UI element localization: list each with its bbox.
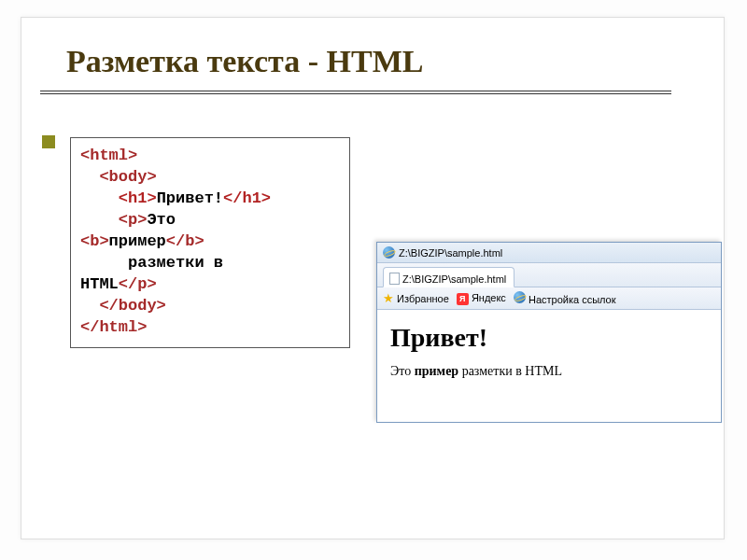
browser-tabbar: Z:\BIGZIP\sample.html (377, 263, 721, 287)
code-tag: </h1> (223, 189, 271, 207)
browser-content: Привет! Это пример разметки в HTML (377, 310, 721, 422)
code-tag: <h1> (119, 189, 157, 207)
code-tag: </body> (99, 297, 165, 315)
code-text: разметки в (128, 254, 223, 272)
code-tag: </b> (166, 232, 204, 250)
page-text: Это (390, 364, 415, 378)
code-tag: <html> (80, 147, 137, 164)
yandex-icon: Я (457, 293, 469, 305)
browser-window: Z:\BIGZIP\sample.html Z:\BIGZIP\sample.h… (376, 242, 722, 423)
favorites-label: Избранное (397, 293, 449, 304)
code-tag: </p> (119, 275, 157, 293)
browser-tab[interactable]: Z:\BIGZIP\sample.html (383, 267, 514, 287)
ie-logo-icon (514, 291, 526, 303)
slide-title: Разметка текста - HTML (66, 44, 696, 79)
yandex-link[interactable]: Я Яндекс (457, 292, 506, 305)
links-setup-link[interactable]: Настройка ссылок (514, 291, 616, 305)
star-icon: ★ (383, 291, 394, 305)
accent-bullet (42, 135, 55, 148)
page-icon (389, 273, 400, 285)
code-tag: <body> (99, 168, 156, 186)
slide-frame: Разметка текста - HTML <html> <body> <h1… (21, 17, 725, 539)
code-tag: </html> (80, 318, 147, 336)
code-text: Привет! (157, 189, 223, 207)
code-tag: <b> (80, 232, 109, 250)
links-setup-label: Настройка ссылок (529, 294, 616, 305)
page-text-bold: пример (415, 364, 458, 378)
page-text: разметки в HTML (458, 364, 562, 378)
code-text: пример (109, 232, 166, 250)
page-paragraph: Это пример разметки в HTML (390, 364, 708, 379)
code-text: HTML (80, 275, 119, 293)
favorites-link[interactable]: ★ Избранное (383, 291, 449, 305)
browser-linksbar: ★ Избранное Я Яндекс Настройка ссылок (377, 287, 721, 310)
ie-logo-icon (383, 246, 395, 259)
tab-label: Z:\BIGZIP\sample.html (402, 273, 506, 285)
code-text: Это (147, 211, 176, 229)
title-area: Разметка текста - HTML (21, 18, 724, 85)
code-tag: <p> (119, 211, 148, 229)
page-heading: Привет! (390, 323, 708, 353)
titlebar-path: Z:\BIGZIP\sample.html (399, 247, 502, 259)
code-example: <html> <body> <h1>Привет!</h1> <p>Это <b… (70, 137, 350, 348)
yandex-label: Яндекс (472, 292, 506, 303)
title-underline (40, 91, 671, 94)
browser-titlebar: Z:\BIGZIP\sample.html (377, 243, 721, 263)
